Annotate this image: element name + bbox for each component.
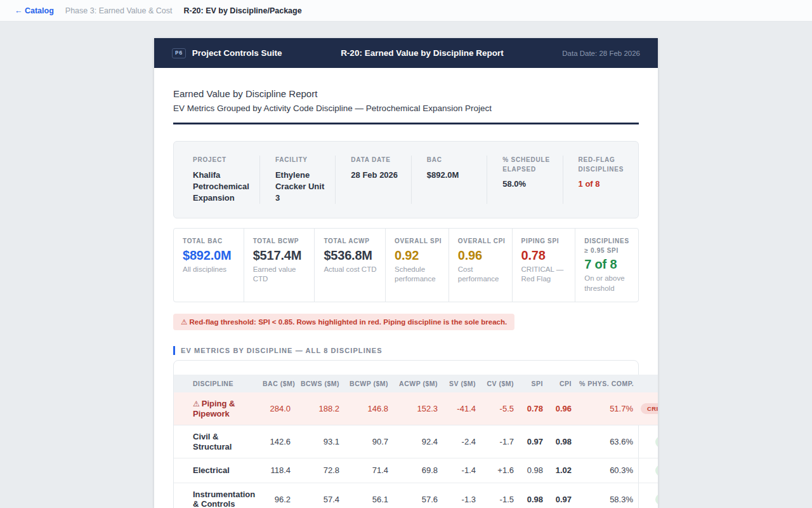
cell-cpi: 0.96 [551, 392, 579, 425]
kpi-sub: Cost performance [458, 265, 507, 284]
cell-spi: 0.98 [521, 483, 551, 508]
col-phys-comp: % PHYS. COMP. [579, 375, 641, 392]
cell-phys-comp: 60.3% [579, 458, 641, 483]
kpi-label: OVERALL CPI [458, 237, 507, 246]
kpi-sub: All disciplines [183, 265, 239, 275]
kpi-value: 7 of 8 [584, 257, 633, 272]
kpi-sub: Schedule performance [395, 265, 443, 284]
kpi-label: OVERALL SPI [395, 237, 443, 246]
cell-bcws: 93.1 [298, 425, 347, 458]
section-title: EV METRICS BY DISCIPLINE — ALL 8 DISCIPL… [181, 347, 383, 354]
cell-bcws: 188.2 [298, 392, 347, 425]
info-value: 58.0% [502, 178, 556, 190]
kpi-piping-spi: PIPING SPI 0.78 CRITICAL — Red Flag [512, 229, 575, 302]
ev-metrics-table: DISCIPLINE BAC ($M) BCWS ($M) BCWP ($M) … [174, 375, 658, 508]
info-bac: BAC $892.0M [411, 156, 487, 204]
info-value-red-flag: 1 of 8 [579, 178, 632, 190]
cell-acwp: 57.6 [396, 483, 445, 508]
kpi-label: TOTAL ACWP [324, 237, 380, 246]
report-page: P6 Project Controls Suite R-20: Earned V… [154, 38, 658, 508]
col-discipline: DISCIPLINE [174, 375, 263, 392]
cell-cv: -1.5 [483, 483, 521, 508]
cell-spi: 0.78 [521, 392, 551, 425]
col-bcwp: BCWP ($M) [347, 375, 396, 392]
red-flag-alert: ⚠ Red-flag threshold: SPI < 0.85. Rows h… [173, 314, 514, 330]
report-subtitle: EV Metrics Grouped by Activity Code Disc… [173, 104, 639, 113]
cell-bac: 284.0 [263, 392, 298, 425]
report-body: Earned Value by Discipline Report EV Met… [154, 88, 658, 508]
table-section-heading: EV METRICS BY DISCIPLINE — ALL 8 DISCIPL… [173, 346, 639, 355]
table-row-piping: ⚠Piping & Pipework 284.0 188.2 146.8 152… [174, 392, 658, 425]
cell-acwp: 152.3 [396, 392, 445, 425]
warning-icon: ⚠ [181, 318, 187, 326]
info-red-flag-disciplines: RED-FLAG DISCIPLINES 1 of 8 [563, 156, 638, 204]
cell-status: ON TRACK [641, 458, 658, 483]
header-left: P6 Project Controls Suite [172, 48, 282, 58]
report-title: Earned Value by Discipline Report [173, 88, 639, 99]
kpi-overall-cpi: OVERALL CPI 0.96 Cost performance [449, 229, 512, 302]
cell-acwp: 92.4 [396, 425, 445, 458]
cell-discipline: Civil & Structural [174, 425, 263, 458]
ev-table-scroll-region[interactable]: DISCIPLINE BAC ($M) BCWS ($M) BCWP ($M) … [174, 375, 638, 508]
cell-bcwp: 71.4 [347, 458, 396, 483]
report-header-title: R-20: Earned Value by Discipline Report [341, 48, 504, 58]
cell-bcwp: 146.8 [347, 392, 396, 425]
info-value: $892.0M [427, 170, 480, 181]
col-sv: SV ($M) [445, 375, 483, 392]
nav-phase-label[interactable]: Phase 3: Earned Value & Cost [65, 6, 173, 15]
cell-discipline: Electrical [174, 458, 263, 483]
kpi-total-acwp: TOTAL ACWP $536.8M Actual cost CTD [314, 229, 385, 302]
catalog-back-link[interactable]: ← Catalog [15, 6, 54, 15]
kpi-sub: CRITICAL — Red Flag [521, 265, 570, 284]
status-pill-on-track: ON TRACK [655, 494, 658, 505]
top-navigation: ← Catalog Phase 3: Earned Value & Cost R… [0, 0, 812, 22]
data-date-label: Data Date: 28 Feb 2026 [562, 50, 640, 57]
kpi-value: 0.92 [395, 248, 443, 263]
info-label: RED-FLAG DISCIPLINES [579, 156, 632, 174]
info-value: Khalifa Petrochemical Expansion [193, 170, 253, 204]
kpi-label: DISCIPLINES ≥ 0.95 SPI [584, 237, 633, 255]
cell-bcws: 57.4 [298, 483, 347, 508]
cell-cv: -5.5 [483, 392, 521, 425]
cell-bac: 142.6 [263, 425, 298, 458]
kpi-sub: Actual cost CTD [324, 265, 380, 275]
table-header: DISCIPLINE BAC ($M) BCWS ($M) BCWP ($M) … [174, 375, 658, 392]
cell-status: CRITICAL — RED FLAG [641, 392, 658, 425]
col-spi: SPI [521, 375, 551, 392]
cell-cv: +1.6 [483, 458, 521, 483]
info-label: FACILITY [275, 156, 329, 165]
cell-acwp: 69.8 [396, 458, 445, 483]
status-pill-critical: CRITICAL — RED FLAG [641, 403, 658, 414]
cell-discipline: ⚠Piping & Pipework [174, 392, 263, 425]
cell-bcwp: 90.7 [347, 425, 396, 458]
cell-bac: 118.4 [263, 458, 298, 483]
kpi-value: $536.8M [324, 248, 380, 263]
kpi-value: $517.4M [253, 248, 310, 263]
row-warning-icon: ⚠ [193, 399, 200, 408]
info-schedule-elapsed: % SCHEDULE ELAPSED 58.0% [487, 156, 562, 204]
cell-bcwp: 56.1 [347, 483, 396, 508]
nav-current-report[interactable]: R-20: EV by Discipline/Package [183, 6, 301, 15]
kpi-total-bac: TOTAL BAC $892.0M All disciplines [174, 229, 244, 302]
section-accent-bar [173, 346, 175, 355]
cell-bac: 96.2 [263, 483, 298, 508]
table-row-electrical: Electrical 118.4 72.8 71.4 69.8 -1.4 +1.… [174, 458, 658, 483]
kpi-label: TOTAL BCWP [253, 237, 310, 246]
info-value: 28 Feb 2026 [351, 170, 404, 181]
col-cpi: CPI [551, 375, 579, 392]
cell-sv: -1.4 [445, 458, 483, 483]
cell-discipline: Instrumentation & Controls [174, 483, 263, 508]
cell-spi: 0.98 [521, 458, 551, 483]
cell-bcws: 72.8 [298, 458, 347, 483]
cell-sv: -1.3 [445, 483, 483, 508]
kpi-sub: Earned value CTD [253, 265, 310, 284]
cell-cpi: 1.02 [551, 458, 579, 483]
col-bcws: BCWS ($M) [298, 375, 347, 392]
kpi-value: 0.96 [458, 248, 507, 263]
project-info-panel: PROJECT Khalifa Petrochemical Expansion … [173, 141, 639, 218]
cell-sv: -2.4 [445, 425, 483, 458]
status-pill-on-track: ON TRACK [655, 436, 658, 447]
alert-text: Red-flag threshold: SPI < 0.85. Rows hig… [190, 318, 508, 326]
info-data-date: DATA DATE 28 Feb 2026 [335, 156, 410, 204]
col-status [641, 375, 658, 392]
